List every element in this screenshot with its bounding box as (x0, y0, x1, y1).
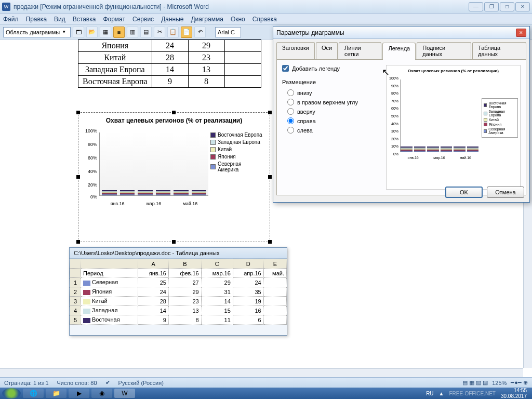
tray-lang[interactable]: RU (426, 391, 433, 396)
dialog-tabs: Заголовки Оси Линии сетки Легенда Подпис… (273, 39, 529, 59)
data-table-button[interactable]: ▤ (140, 26, 152, 38)
view-buttons[interactable]: ▤ ▦ ▧ ▨ (462, 379, 488, 386)
ok-button[interactable]: OK (445, 187, 483, 198)
document-table: Япония2429 Китай2823 Западная Европа1413… (78, 39, 261, 88)
font-combo[interactable]: Arial C (215, 27, 241, 37)
chart-legend: Восточная Европа Западная Европа Китай Я… (208, 128, 265, 206)
data-sheet-title: C:\Users\Losko\Desktop\продажи.doc - Таб… (70, 248, 287, 259)
menu-help[interactable]: Справка (252, 16, 277, 23)
cancel-button[interactable]: Отмена (487, 187, 524, 198)
resize-handle[interactable] (172, 111, 176, 114)
resize-handle[interactable] (76, 111, 80, 114)
chart-preview: Охват целевых регионов (% от реализации)… (386, 65, 521, 190)
copy-button[interactable]: 📋 (167, 26, 179, 38)
tab-axes[interactable]: Оси (316, 42, 338, 59)
data-sheet-grid[interactable]: ABCDE Периодянв.16фев.16мар.16апр.16май.… (70, 259, 287, 325)
undo-button[interactable]: ↶ (194, 26, 206, 38)
resize-handle[interactable] (172, 240, 176, 244)
taskbar-chrome[interactable]: ◉ (91, 389, 112, 398)
tab-gridlines[interactable]: Линии сетки (339, 42, 381, 59)
menu-format[interactable]: Формат (103, 16, 125, 23)
tab-datatable[interactable]: Таблица данных (472, 42, 526, 59)
resize-handle[interactable] (268, 111, 272, 114)
close-button[interactable]: ✕ (515, 2, 530, 11)
status-proofing-icon[interactable]: ✔ (105, 379, 110, 386)
by-column-button[interactable]: ▥ (127, 26, 138, 38)
view-datasheet-button[interactable]: ▦ (100, 26, 111, 38)
resize-handle[interactable] (268, 175, 272, 179)
placement-label: Размещение (282, 79, 386, 85)
status-language[interactable]: Русский (Россия) (118, 380, 164, 386)
chart-title: Охват целевых регионов (% от реализации) (78, 113, 270, 126)
menu-view[interactable]: Вид (54, 16, 65, 23)
embedded-chart[interactable]: Охват целевых регионов (% от реализации)… (78, 112, 270, 242)
menu-bar: Файл Правка Вид Вставка Формат Сервис Да… (0, 14, 532, 25)
show-legend-checkbox[interactable]: Добавить легенду (282, 65, 386, 72)
resize-handle[interactable] (76, 240, 80, 244)
taskbar-ie[interactable]: 🌐 (23, 389, 44, 398)
word-icon: W (2, 3, 10, 11)
window-titlebar: W продажи [Режим ограниченной функционал… (0, 0, 532, 14)
radio-bottom[interactable]: внизу (287, 89, 386, 96)
minimize-button[interactable]: — (469, 2, 483, 11)
chart-plot-area: 100% 80% 60% 40% 20% 0% янв.16мар.16май.… (83, 128, 208, 206)
radio-left[interactable]: слева (287, 127, 386, 134)
format-object-button[interactable]: 🗔 (73, 26, 84, 38)
status-words[interactable]: Число слов: 80 (57, 380, 97, 386)
radio-corner[interactable]: в правом верхнем углу (287, 99, 386, 105)
maximize-button[interactable]: □ (500, 2, 514, 11)
dialog-close-button[interactable]: ✕ (516, 29, 526, 37)
tab-titles[interactable]: Заголовки (276, 42, 315, 59)
menu-insert[interactable]: Вставка (73, 16, 96, 23)
by-row-button[interactable]: ≡ (113, 26, 125, 38)
import-button[interactable]: 📂 (86, 26, 98, 38)
status-bar: Страница: 1 из 1 Число слов: 80 ✔ Русски… (0, 377, 532, 388)
menu-service[interactable]: Сервис (132, 16, 154, 23)
tab-legend[interactable]: Легенда (382, 43, 416, 60)
window-title: продажи [Режим ограниченной функциональн… (14, 3, 209, 10)
taskbar: 🌐 📁 ▶ ◉ W RU ▲ FREE-OFFICE.NET 14:5530.0… (0, 388, 532, 399)
taskbar-explorer[interactable]: 📁 (46, 389, 66, 398)
horizontal-scrollbar[interactable] (0, 368, 523, 377)
taskbar-word[interactable]: W (114, 389, 135, 398)
restore-button[interactable]: ❐ (484, 2, 499, 11)
data-sheet-window[interactable]: C:\Users\Losko\Desktop\продажи.doc - Таб… (69, 247, 287, 336)
menu-file[interactable]: Файл (3, 16, 19, 23)
menu-diagram[interactable]: Диаграмма (191, 16, 223, 23)
zoom-slider[interactable]: ━●━ ⊕ (511, 379, 528, 386)
tray-flag-icon[interactable]: ▲ (439, 391, 444, 396)
zoom-level[interactable]: 125% (492, 380, 507, 386)
start-button[interactable] (2, 388, 21, 398)
dialog-titlebar[interactable]: Параметры диаграммы ✕ (273, 26, 529, 39)
watermark: FREE-OFFICE.NET (449, 391, 495, 396)
chart-area-combo[interactable]: Область диаграммы▼ (3, 27, 71, 37)
status-page[interactable]: Страница: 1 из 1 (4, 380, 49, 386)
taskbar-media[interactable]: ▶ (69, 389, 89, 398)
radio-top[interactable]: вверху (287, 108, 386, 115)
resize-handle[interactable] (268, 240, 272, 244)
menu-data[interactable]: Данные (161, 16, 183, 23)
radio-right[interactable]: справа (287, 117, 386, 124)
paste-button[interactable]: 📄 (181, 26, 192, 38)
menu-edit[interactable]: Правка (26, 16, 47, 23)
menu-window[interactable]: Окно (231, 16, 245, 23)
chart-options-dialog: Параметры диаграммы ✕ Заголовки Оси Лини… (273, 26, 530, 203)
tab-datalabels[interactable]: Подписи данных (417, 42, 471, 59)
cut-button[interactable]: ✂ (154, 26, 165, 38)
resize-handle[interactable] (76, 175, 80, 179)
